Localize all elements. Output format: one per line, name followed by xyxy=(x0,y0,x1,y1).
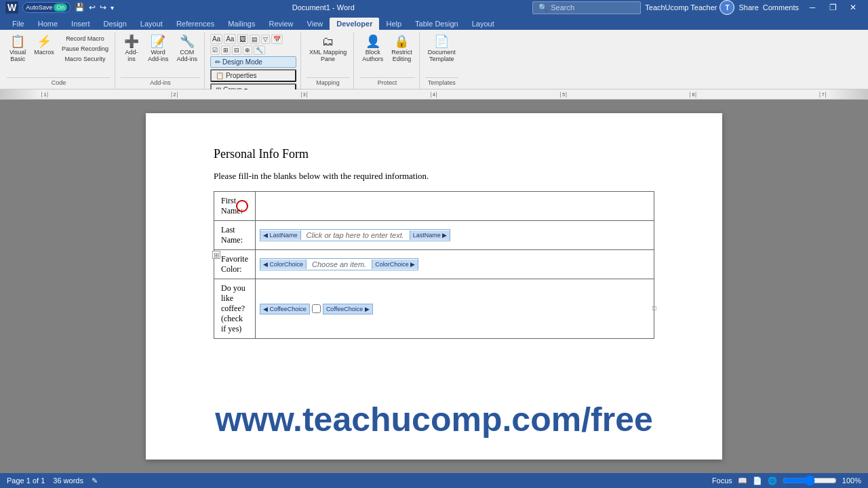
ctrl-check-btn[interactable]: ☑ xyxy=(210,45,220,55)
ctrl-legacy-btn[interactable]: 🔧 xyxy=(254,45,265,55)
tab-references[interactable]: References xyxy=(170,18,221,30)
word-add-ins-icon: 📝 xyxy=(151,35,165,47)
form-table: First Name: Last Name: ◀ LastName Click … xyxy=(214,191,654,339)
ctrl-text2-btn[interactable]: Aa xyxy=(224,34,236,44)
autosave-toggle[interactable]: AutoSave On xyxy=(22,2,71,13)
block-authors-button[interactable]: 👤 BlockAuthors xyxy=(359,34,386,64)
coffee-content-control[interactable]: ◀ CoffeeChoice CoffeeChoice ▶ xyxy=(260,304,373,314)
color-placeholder[interactable]: Choose an item. xyxy=(307,259,372,270)
tab-layout[interactable]: Layout xyxy=(134,18,170,30)
view-print-icon[interactable]: 📄 xyxy=(753,476,762,485)
record-macro-button[interactable]: Record Macro xyxy=(60,34,111,43)
coffee-tag-left[interactable]: ◀ CoffeeChoice xyxy=(260,304,310,314)
firstname-input-cell[interactable] xyxy=(256,192,654,221)
tab-file[interactable]: File xyxy=(5,18,31,30)
design-mode-icon: ✏ xyxy=(215,58,220,66)
ctrl-date-btn[interactable]: 📅 xyxy=(271,35,283,44)
ribbon-group-controls: Aa Aa 🖼 ▤ ▽ 📅 ☑ ⊞ ⊟ ⊕ 🔧 ✏ Design Mode xyxy=(206,33,301,89)
ctrl-grid2-btn[interactable]: ⊟ xyxy=(232,45,241,55)
tab-design[interactable]: Design xyxy=(97,18,134,30)
undo-icon[interactable]: ↩ xyxy=(89,3,96,12)
comments-button[interactable]: Comments xyxy=(763,3,799,12)
status-bar: Page 1 of 1 36 words ✎ Focus 📖 📄 🌐 100% xyxy=(0,473,868,488)
tab-table-design[interactable]: Table Design xyxy=(408,18,465,30)
ribbon-group-code-content: 📋 VisualBasic ⚡ Macros Record Macro Paus… xyxy=(7,34,111,76)
xml-mapping-button[interactable]: 🗂 XML MappingPane xyxy=(307,34,349,64)
ruler-marks: │1││2││3││4││5││6││7│ xyxy=(41,92,827,97)
record-macro-label: Record Macro xyxy=(66,35,104,42)
lastname-content-control[interactable]: ◀ LastName Click or tap here to enter te… xyxy=(260,229,450,241)
status-right: Focus 📖 📄 🌐 100% xyxy=(712,475,861,486)
table-handle[interactable]: ⊞ xyxy=(212,251,220,259)
share-area: Share Comments xyxy=(738,3,799,12)
ribbon-group-addins-content: ➕ Add-ins 📝 WordAdd-ins 🔧 COMAdd-ins xyxy=(121,34,200,76)
tab-table-layout[interactable]: Layout xyxy=(465,18,501,30)
restrict-editing-label: RestrictEditing xyxy=(391,49,412,62)
table-resize-handle[interactable]: □ xyxy=(652,304,656,312)
coffee-label-cell: Do you like coffee? (check if yes) xyxy=(214,279,256,339)
title-bar-left: W AutoSave On 💾 ↩ ↪ ▾ xyxy=(5,1,114,14)
add-ins-button[interactable]: ➕ Add-ins xyxy=(121,34,142,64)
document-template-button[interactable]: 📄 DocumentTemplate xyxy=(425,34,458,64)
restore-button[interactable]: ❐ xyxy=(823,0,842,15)
document-title: Document1 - Word xyxy=(292,3,355,12)
window-controls: ─ ❐ ✕ xyxy=(803,0,863,15)
macros-button[interactable]: ⚡ Macros xyxy=(31,34,57,57)
tab-mailings[interactable]: Mailings xyxy=(221,18,262,30)
search-bar[interactable]: 🔍 Search xyxy=(532,1,641,14)
mapping-group-label: Mapping xyxy=(307,77,349,86)
focus-label[interactable]: Focus xyxy=(712,476,732,485)
word-count[interactable]: 36 words xyxy=(53,476,83,485)
ctrl-text-btn[interactable]: Aa xyxy=(210,34,222,44)
macro-security-button[interactable]: Macro Security xyxy=(60,54,111,64)
ribbon-group-mapping: 🗂 XML MappingPane Mapping xyxy=(302,33,354,89)
tab-insert[interactable]: Insert xyxy=(64,18,97,30)
redo-icon[interactable]: ↪ xyxy=(100,3,106,12)
zoom-slider[interactable] xyxy=(783,475,837,486)
coffee-checkbox[interactable] xyxy=(312,304,321,313)
lastname-tag-right[interactable]: LastName ▶ xyxy=(410,230,450,240)
zoom-level: 100% xyxy=(842,476,861,485)
share-button[interactable]: Share xyxy=(738,3,758,12)
restrict-editing-button[interactable]: 🔒 RestrictEditing xyxy=(389,34,415,64)
tab-review[interactable]: Review xyxy=(262,18,300,30)
view-read-icon[interactable]: 📖 xyxy=(738,476,747,485)
ribbon-group-addins: ➕ Add-ins 📝 WordAdd-ins 🔧 COMAdd-ins Add… xyxy=(117,33,205,89)
com-add-ins-button[interactable]: 🔧 COMAdd-ins xyxy=(174,34,200,64)
tab-view[interactable]: View xyxy=(300,18,330,30)
ctrl-dropdown-btn[interactable]: ▽ xyxy=(261,35,270,44)
addins-group-label: Add-ins xyxy=(121,77,200,86)
form-description: Please fill-in the blanks below with the… xyxy=(214,171,654,182)
ctrl-combo-btn[interactable]: ▤ xyxy=(250,35,260,44)
autosave-label: AutoSave xyxy=(26,4,52,11)
title-bar-right: 🔍 Search TeachUcomp Teacher T Share Comm… xyxy=(532,0,863,15)
coffee-tag-right[interactable]: CoffeeChoice ▶ xyxy=(323,304,373,314)
color-content-control[interactable]: ◀ ColorChoice Choose an item. ColorChoic… xyxy=(260,258,418,270)
visual-basic-icon: 📋 xyxy=(10,35,25,47)
lastname-tag-left[interactable]: ◀ LastName xyxy=(260,230,301,240)
close-button[interactable]: ✕ xyxy=(844,0,863,15)
macros-label: Macros xyxy=(34,49,54,56)
design-mode-button[interactable]: ✏ Design Mode xyxy=(210,56,296,68)
color-tag-right[interactable]: ColorChoice ▶ xyxy=(372,260,418,269)
ctrl-spin-btn[interactable]: ⊕ xyxy=(243,45,252,55)
macro-security-label: Macro Security xyxy=(64,56,105,62)
lastname-placeholder[interactable]: Click or tap here to enter text. xyxy=(301,230,410,241)
save-icon[interactable]: 💾 xyxy=(75,3,85,12)
tab-help[interactable]: Help xyxy=(379,18,408,30)
properties-button[interactable]: 📋 Properties xyxy=(210,69,296,82)
tab-developer[interactable]: Developer xyxy=(330,18,379,30)
view-web-icon[interactable]: 🌐 xyxy=(768,476,777,485)
word-add-ins-button[interactable]: 📝 WordAdd-ins xyxy=(145,34,172,64)
macro-options-col: Record Macro Pause Recording Macro Secur… xyxy=(60,34,111,64)
minimize-button[interactable]: ─ xyxy=(803,0,822,15)
ctrl-pic-btn[interactable]: 🖼 xyxy=(237,34,248,44)
color-tag-left[interactable]: ◀ ColorChoice xyxy=(260,260,307,269)
ribbon-group-protect: 👤 BlockAuthors 🔒 RestrictEditing Protect xyxy=(355,33,420,89)
ribbon-group-controls-content: Aa Aa 🖼 ▤ ▽ 📅 ☑ ⊞ ⊟ ⊕ 🔧 ✏ Design Mode xyxy=(210,34,296,96)
ctrl-grid-btn[interactable]: ⊞ xyxy=(221,45,231,55)
table-row-color: Favorite Color: ◀ ColorChoice Choose an … xyxy=(214,250,654,279)
pause-recording-button[interactable]: Pause Recording xyxy=(60,44,111,54)
tab-home[interactable]: Home xyxy=(31,18,64,30)
visual-basic-button[interactable]: 📋 VisualBasic xyxy=(7,34,28,64)
